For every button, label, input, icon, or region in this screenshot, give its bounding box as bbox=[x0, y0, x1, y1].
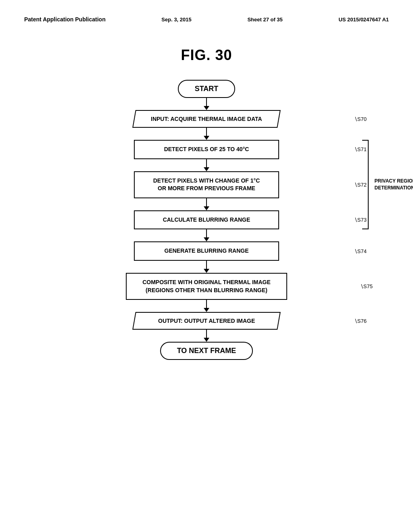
flowchart: START INPUT: ACQUIRE THERMAL IMAGE DATA … bbox=[0, 80, 413, 384]
header: Patent Application Publication Sep. 3, 2… bbox=[0, 0, 413, 31]
start-oval: START bbox=[178, 80, 236, 98]
step-s74-label: GENERATE BLURRING RANGE bbox=[165, 247, 249, 255]
arrow-0 bbox=[204, 98, 209, 110]
arrow-head bbox=[204, 338, 209, 342]
end-oval: TO NEXT FRAME bbox=[160, 342, 253, 360]
step-s74-row: GENERATE BLURRING RANGE ∖S74 bbox=[24, 241, 389, 261]
step-s71-row: DETECT PIXELS OF 25 TO 40°C ∖S71 bbox=[24, 140, 389, 159]
figure-title: FIG. 30 bbox=[0, 47, 413, 64]
end-node: TO NEXT FRAME bbox=[160, 342, 253, 360]
arrow-head bbox=[204, 269, 209, 273]
end-label: TO NEXT FRAME bbox=[177, 347, 236, 355]
privacy-label-line1: PRIVACY REGION bbox=[375, 178, 413, 184]
step-s75-shape: COMPOSITE WITH ORIGINAL THERMAL IMAGE(RE… bbox=[126, 273, 287, 300]
patent-number: US 2015/0247647 A1 bbox=[338, 17, 389, 23]
arrow-head bbox=[204, 167, 209, 171]
step-s76-row: OUTPUT: OUTPUT ALTERED IMAGE ∖S76 bbox=[24, 312, 389, 330]
publication-label: Patent Application Publication bbox=[24, 16, 106, 23]
arrow-head bbox=[204, 206, 209, 210]
arrow-line bbox=[206, 159, 207, 167]
arrow-head bbox=[204, 136, 209, 140]
step-s75-row: COMPOSITE WITH ORIGINAL THERMAL IMAGE(RE… bbox=[24, 273, 389, 300]
step-s72-label: DETECT PIXELS WITH CHANGE OF 1°COR MORE … bbox=[153, 177, 260, 193]
step-s75-label: COMPOSITE WITH ORIGINAL THERMAL IMAGE(RE… bbox=[142, 278, 271, 294]
arrow-6 bbox=[204, 300, 209, 312]
start-label: START bbox=[195, 85, 219, 93]
arrow-1 bbox=[204, 128, 209, 140]
step-s76-label: OUTPUT: OUTPUT ALTERED IMAGE bbox=[158, 318, 255, 324]
step-s70-num: ∖S70 bbox=[354, 116, 367, 122]
step-s73-label: CALCULATE BLURRING RANGE bbox=[163, 216, 250, 224]
arrow-4 bbox=[204, 229, 209, 241]
step-s70-shape: INPUT: ACQUIRE THERMAL IMAGE DATA bbox=[132, 110, 281, 128]
step-s71-label: DETECT PIXELS OF 25 TO 40°C bbox=[164, 145, 249, 154]
arrow-head bbox=[204, 106, 209, 110]
date-label: Sep. 3, 2015 bbox=[161, 17, 191, 23]
step-s72-shape: DETECT PIXELS WITH CHANGE OF 1°COR MORE … bbox=[134, 171, 279, 198]
arrow-head bbox=[204, 308, 209, 312]
arrow-line bbox=[206, 229, 207, 237]
arrow-line bbox=[206, 198, 207, 206]
step-s71-shape: DETECT PIXELS OF 25 TO 40°C bbox=[134, 140, 279, 159]
arrow-7 bbox=[204, 330, 209, 342]
arrow-line bbox=[206, 261, 207, 269]
step-s73-row: CALCULATE BLURRING RANGE ∖S73 bbox=[24, 210, 389, 230]
arrow-line bbox=[206, 300, 207, 308]
step-s76-num: ∖S76 bbox=[354, 318, 367, 324]
arrow-line bbox=[206, 330, 207, 338]
arrow-head bbox=[204, 237, 209, 241]
arrow-line bbox=[206, 98, 207, 106]
step-s75-num: ∖S75 bbox=[360, 283, 373, 289]
privacy-bracket bbox=[362, 140, 369, 229]
step-s72-row: DETECT PIXELS WITH CHANGE OF 1°COR MORE … bbox=[24, 171, 389, 198]
sheet-label: Sheet 27 of 35 bbox=[247, 17, 282, 23]
bracket-group: DETECT PIXELS OF 25 TO 40°C ∖S71 DETECT … bbox=[24, 140, 389, 229]
step-s70-row: INPUT: ACQUIRE THERMAL IMAGE DATA ∖S70 bbox=[24, 110, 389, 128]
step-s70-label: INPUT: ACQUIRE THERMAL IMAGE DATA bbox=[151, 116, 262, 122]
arrow-3 bbox=[204, 198, 209, 210]
step-s74-shape: GENERATE BLURRING RANGE bbox=[134, 241, 279, 261]
start-node: START bbox=[178, 80, 236, 98]
step-s74-num: ∖S74 bbox=[354, 248, 367, 254]
step-s76-shape: OUTPUT: OUTPUT ALTERED IMAGE bbox=[132, 312, 281, 330]
privacy-label-line2: DETERMINATION UNIT bbox=[375, 185, 413, 191]
arrow-line bbox=[206, 128, 207, 136]
step-s73-shape: CALCULATE BLURRING RANGE bbox=[134, 210, 279, 230]
arrow-2 bbox=[204, 159, 209, 171]
page: Patent Application Publication Sep. 3, 2… bbox=[0, 0, 413, 532]
arrow-5 bbox=[204, 261, 209, 273]
privacy-label: PRIVACY REGION DETERMINATION UNIT bbox=[375, 178, 413, 191]
